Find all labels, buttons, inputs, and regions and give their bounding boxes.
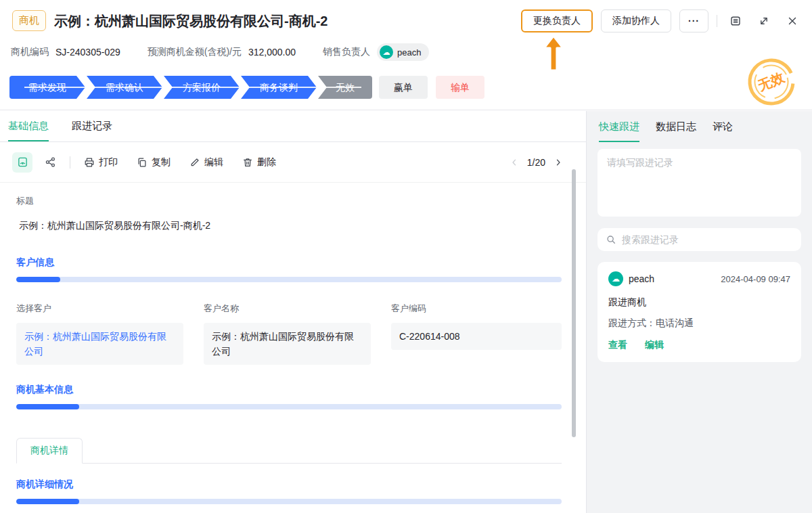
lose-button[interactable]: 输单 xyxy=(436,76,484,99)
tab-basic-info[interactable]: 基础信息 xyxy=(8,111,49,141)
section-opportunity-info: 商机基本信息 xyxy=(16,384,562,396)
toolbar-divider xyxy=(70,156,70,169)
customer-code-value: C-220614-008 xyxy=(391,323,562,350)
expand-icon[interactable] xyxy=(754,11,774,31)
detail-section-progress xyxy=(16,499,562,504)
header-divider xyxy=(717,15,717,27)
search-icon xyxy=(606,234,616,245)
more-actions-button[interactable]: ··· xyxy=(679,9,708,32)
record-pager: 1/20 xyxy=(510,157,563,168)
form-content: 标题 示例：杭州萧山国际贸易股份有限公司-商机-2 客户信息 选择客户 示例：杭… xyxy=(0,183,586,504)
select-customer-field: 选择客户 示例：杭州萧山国际贸易股份有限公司 xyxy=(16,303,183,365)
main-panel: 基础信息 跟进记录 打印 xyxy=(0,111,586,513)
left-panel-scrollbar[interactable] xyxy=(572,169,576,437)
tab-data-log[interactable]: 数据日志 xyxy=(656,111,696,142)
edit-button[interactable]: 编辑 xyxy=(189,156,223,169)
follow-record-card: ☁ peach 2024-04-09 09:47 跟进商机 跟进方式：电话沟通 … xyxy=(597,262,801,362)
record-user: peach xyxy=(629,273,654,284)
next-record-icon[interactable] xyxy=(554,158,563,167)
record-method: 跟进方式：电话沟通 xyxy=(608,317,790,330)
customer-code-label: 客户编码 xyxy=(391,303,562,315)
customer-section-progress xyxy=(16,277,562,282)
sales-owner-label: 销售负责人 xyxy=(323,46,370,58)
copy-label: 复制 xyxy=(152,156,171,169)
record-header: ☁ peach 2024-04-09 09:47 xyxy=(608,271,790,286)
opportunity-section-progress xyxy=(16,404,562,409)
tab-opportunity-detail[interactable]: 商机详情 xyxy=(16,438,83,464)
invalid-stamp: 无效 xyxy=(746,56,797,110)
forecast-amount: 预测商机金额(含税)/元 312,000.00 xyxy=(148,46,296,58)
stage-quote[interactable]: 方案报价 xyxy=(164,76,240,99)
record-toolbar: 打印 复制 编辑 删除 xyxy=(0,142,586,183)
stage-pipeline: 需求发现 需求确认 方案报价 商务谈判 无效 赢单 输单 xyxy=(9,76,484,99)
owner-avatar: ☁ xyxy=(380,45,393,59)
sales-owner: 销售负责人 ☁ peach xyxy=(323,43,429,61)
record-time: 2024-04-09 09:47 xyxy=(721,274,790,284)
print-label: 打印 xyxy=(99,156,118,169)
close-icon[interactable] xyxy=(782,11,803,31)
edit-label: 编辑 xyxy=(204,156,223,169)
side-panel-tabs: 快速跟进 数据日志 评论 xyxy=(587,111,812,142)
stage-confirm[interactable]: 需求确认 xyxy=(87,76,162,99)
forecast-amount-label: 预测商机金额(含税)/元 xyxy=(148,46,242,58)
log-panel-icon[interactable] xyxy=(725,11,746,31)
stage-discover[interactable]: 需求发现 xyxy=(9,76,85,99)
stage-invalid[interactable]: 无效 xyxy=(318,76,372,99)
owner-chip[interactable]: ☁ peach xyxy=(377,43,429,61)
opportunity-code-value: SJ-240305-029 xyxy=(55,47,120,58)
forecast-amount-value: 312,000.00 xyxy=(248,47,296,58)
pager-position: 1/20 xyxy=(527,157,545,168)
invalid-stamp-text: 无效 xyxy=(755,69,787,93)
delete-label: 删除 xyxy=(257,156,276,169)
customer-name-label: 客户名称 xyxy=(204,303,371,315)
stage-negotiate[interactable]: 商务谈判 xyxy=(241,76,317,99)
meta-row: 商机编码 SJ-240305-029 预测商机金额(含税)/元 312,000.… xyxy=(11,43,429,61)
side-panel: 快速跟进 数据日志 评论 ☁ peach 2024-04-09 09:47 跟进… xyxy=(586,111,812,513)
opportunity-code-label: 商机编码 xyxy=(11,46,49,58)
prev-record-icon[interactable] xyxy=(510,158,519,167)
detail-tabs-bar: 商机详情 xyxy=(16,438,562,464)
follow-note-input[interactable] xyxy=(597,149,801,217)
section-detail-info: 商机详细情况 xyxy=(16,478,562,491)
opportunity-detail-window: 商机 示例：杭州萧山国际贸易股份有限公司-商机-2 更换负责人 添加协作人 ··… xyxy=(0,0,812,513)
change-owner-button[interactable]: 更换负责人 xyxy=(521,9,593,32)
header-actions: 更换负责人 添加协作人 ··· xyxy=(521,9,803,32)
record-avatar: ☁ xyxy=(608,271,623,286)
select-customer-label: 选择客户 xyxy=(16,303,183,315)
customer-fields-row: 选择客户 示例：杭州萧山国际贸易股份有限公司 客户名称 示例：杭州萧山国际贸易股… xyxy=(16,303,562,365)
customer-name-field: 客户名称 示例：杭州萧山国际贸易股份有限公司 xyxy=(204,303,371,365)
copy-button[interactable]: 复制 xyxy=(137,156,171,169)
view-link[interactable]: 查看 xyxy=(608,339,627,351)
follow-search-box[interactable] xyxy=(597,228,801,251)
delete-button[interactable]: 删除 xyxy=(242,156,276,169)
share-icon[interactable] xyxy=(45,156,56,168)
add-collaborator-button[interactable]: 添加协作人 xyxy=(601,9,671,32)
main-tabs: 基础信息 跟进记录 xyxy=(0,111,586,142)
tab-quick-follow[interactable]: 快速跟进 xyxy=(599,111,639,142)
select-customer-value[interactable]: 示例：杭州萧山国际贸易股份有限公司 xyxy=(16,323,183,365)
annotation-arrow-icon xyxy=(539,34,568,77)
page-title: 示例：杭州萧山国际贸易股份有限公司-商机-2 xyxy=(54,12,328,30)
record-title: 跟进商机 xyxy=(608,296,790,309)
title-field-label: 标题 xyxy=(16,195,562,207)
customer-code-field: 客户编码 C-220614-008 xyxy=(391,303,562,365)
section-customer-info: 客户信息 xyxy=(16,256,562,269)
search-input[interactable] xyxy=(622,234,793,245)
print-button[interactable]: 打印 xyxy=(84,156,118,169)
stage-arrows: 需求发现 需求确认 方案报价 商务谈判 无效 xyxy=(9,76,372,99)
preview-toggle-icon[interactable] xyxy=(12,152,32,173)
customer-name-value: 示例：杭州萧山国际贸易股份有限公司 xyxy=(204,323,371,365)
edit-link[interactable]: 编辑 xyxy=(645,339,664,351)
owner-name: peach xyxy=(397,47,421,58)
record-actions: 查看 编辑 xyxy=(608,339,790,351)
title-field-value: 示例：杭州萧山国际贸易股份有限公司-商机-2 xyxy=(19,220,562,232)
tab-follow-records[interactable]: 跟进记录 xyxy=(72,111,112,141)
opportunity-badge: 商机 xyxy=(12,10,46,31)
opportunity-code: 商机编码 SJ-240305-029 xyxy=(11,46,120,58)
header: 商机 示例：杭州萧山国际贸易股份有限公司-商机-2 更换负责人 添加协作人 ··… xyxy=(0,0,812,110)
win-button[interactable]: 赢单 xyxy=(379,76,428,99)
tab-comments[interactable]: 评论 xyxy=(713,111,733,142)
